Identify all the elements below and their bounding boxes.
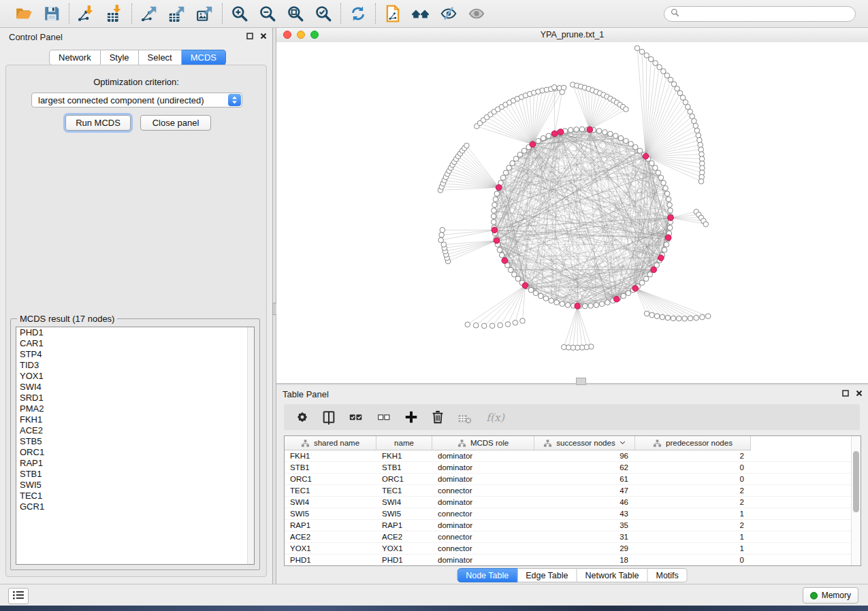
table-cell: PHD1 (285, 556, 376, 564)
zoom-in-icon[interactable] (230, 4, 249, 23)
save-session-icon[interactable] (42, 4, 61, 23)
mcds-result-item[interactable]: CAR1 (16, 338, 254, 349)
horizontal-splitter-grip[interactable] (576, 378, 586, 385)
settings-icon[interactable] (295, 410, 310, 425)
close-panel-icon[interactable] (856, 390, 863, 397)
mcds-result-item[interactable]: GCR1 (16, 501, 254, 512)
table-row[interactable]: SWI4SWI4dominator462 (285, 497, 851, 508)
column-header-MCDS-role[interactable]: MCDS role (432, 436, 534, 450)
tab-network[interactable]: Network (49, 50, 101, 65)
table-row[interactable]: STB1STB1dominator620 (285, 462, 851, 474)
add-row-icon[interactable] (404, 410, 419, 425)
column-header-name[interactable]: name (376, 436, 432, 450)
table-cell: 2 (635, 498, 751, 506)
float-panel-icon[interactable] (246, 33, 253, 39)
toggle-columns-icon[interactable] (321, 410, 336, 425)
memory-status-led (810, 592, 818, 599)
mcds-result-item[interactable]: PMA2 (16, 403, 254, 414)
table-cell: dominator (432, 498, 534, 506)
table-row[interactable]: TEC1TEC1connector472 (285, 485, 851, 497)
tab-node-table[interactable]: Node Table (457, 568, 517, 582)
zoom-selected-icon[interactable] (314, 4, 333, 23)
mcds-result-item[interactable]: STP4 (16, 349, 254, 360)
mcds-list-scrollbar[interactable] (247, 327, 254, 564)
mcds-result-item[interactable]: RAP1 (16, 458, 254, 469)
hide-selected-icon[interactable] (439, 4, 458, 23)
table-row[interactable]: RAP1RAP1dominator352 (285, 520, 851, 531)
show-all-icon[interactable] (467, 4, 486, 23)
first-neighbors-icon[interactable] (411, 4, 430, 23)
apply-layout-icon[interactable] (349, 4, 368, 23)
select-all-icon[interactable] (348, 410, 364, 425)
table-row[interactable]: ACE2ACE2connector311 (285, 531, 851, 543)
column-header-shared-name[interactable]: shared name (285, 436, 376, 450)
tab-select[interactable]: Select (139, 50, 182, 65)
table-cell: YOX1 (376, 544, 432, 552)
table-row[interactable]: PHD1PHD1dominator180 (285, 555, 851, 565)
table-cell: 47 (534, 486, 635, 495)
mcds-result-item[interactable]: SWI4 (16, 382, 254, 393)
table-row[interactable]: ORC1ORC1dominator610 (285, 474, 851, 485)
mcds-result-item[interactable]: STB5 (16, 436, 254, 447)
memory-label: Memory (822, 591, 851, 600)
table-cell: RAP1 (376, 521, 432, 529)
float-panel-icon[interactable] (842, 390, 849, 397)
zoom-out-icon[interactable] (258, 4, 277, 23)
table-cell: 2 (635, 486, 751, 495)
memory-button[interactable]: Memory (803, 587, 858, 604)
network-from-selection-icon[interactable] (383, 4, 402, 23)
svg-text:f(x): f(x) (486, 412, 505, 424)
mcds-result-item[interactable]: PHD1 (16, 327, 254, 338)
table-scrollbar[interactable] (851, 436, 861, 565)
column-header-predecessor-nodes[interactable]: predecessor nodes (635, 436, 751, 450)
mcds-result-item[interactable]: FKH1 (16, 414, 254, 425)
status-bar: Memory (0, 584, 868, 606)
close-panel-button[interactable]: Close panel (140, 115, 211, 131)
mcds-result-item[interactable]: YOX1 (16, 371, 254, 382)
deselect-all-icon[interactable] (376, 410, 392, 425)
automation-panel-button[interactable] (8, 588, 29, 604)
desktop-wallpaper-bottom-strip (0, 606, 868, 611)
mcds-result-item[interactable]: STB1 (16, 469, 254, 480)
criterion-select[interactable]: largest connected component (undirected) (31, 93, 242, 108)
export-image-icon[interactable] (195, 4, 214, 23)
table-cell: 0 (635, 475, 751, 483)
export-network-icon[interactable] (140, 4, 159, 23)
mcds-result-item[interactable]: SRD1 (16, 393, 254, 403)
table-cell: SWI5 (285, 510, 376, 518)
delete-row-icon[interactable] (430, 410, 445, 425)
tab-edge-table[interactable]: Edge Table (517, 568, 577, 582)
table-row[interactable]: FKH1FKH1dominator962 (285, 450, 851, 462)
table-cell: dominator (432, 475, 534, 483)
hierarchy-icon (457, 440, 466, 447)
tab-style[interactable]: Style (101, 50, 139, 65)
search-field[interactable] (664, 6, 856, 22)
column-header-successor-nodes[interactable]: successor nodes (534, 436, 635, 450)
criterion-selected-value: largest connected component (undirected) (32, 95, 228, 105)
table-cell: 0 (635, 556, 751, 564)
table-scrollbar-thumb[interactable] (853, 451, 859, 512)
zoom-fit-icon[interactable] (286, 4, 305, 23)
mcds-result-item[interactable]: SWI5 (16, 480, 254, 491)
network-canvas[interactable] (276, 42, 868, 383)
mcds-result-list[interactable]: PHD1CAR1STP4TID3YOX1SWI4SRD1PMA2FKH1ACE2… (16, 327, 255, 565)
table-cell: ORC1 (285, 475, 376, 483)
control-panel-title: Control Panel (9, 32, 63, 42)
open-session-icon[interactable] (14, 4, 33, 23)
import-network-icon[interactable] (77, 4, 96, 23)
import-table-icon[interactable] (105, 4, 124, 23)
tab-mcds[interactable]: MCDS (182, 50, 226, 65)
close-panel-icon[interactable] (260, 33, 267, 39)
search-input[interactable] (683, 8, 849, 19)
table-row[interactable]: YOX1YOX1connector291 (285, 543, 851, 555)
tab-motifs[interactable]: Motifs (647, 568, 687, 582)
mcds-result-item[interactable]: ACE2 (16, 425, 254, 436)
tab-network-table[interactable]: Network Table (577, 568, 648, 582)
mcds-result-item[interactable]: TID3 (16, 360, 254, 371)
hierarchy-icon (543, 440, 552, 447)
mcds-result-item[interactable]: TEC1 (16, 491, 254, 501)
table-row[interactable]: SWI5SWI5connector431 (285, 508, 851, 520)
mcds-result-item[interactable]: ORC1 (16, 447, 254, 458)
run-mcds-button[interactable]: Run MCDS (65, 115, 131, 131)
export-table-icon[interactable] (167, 4, 187, 23)
